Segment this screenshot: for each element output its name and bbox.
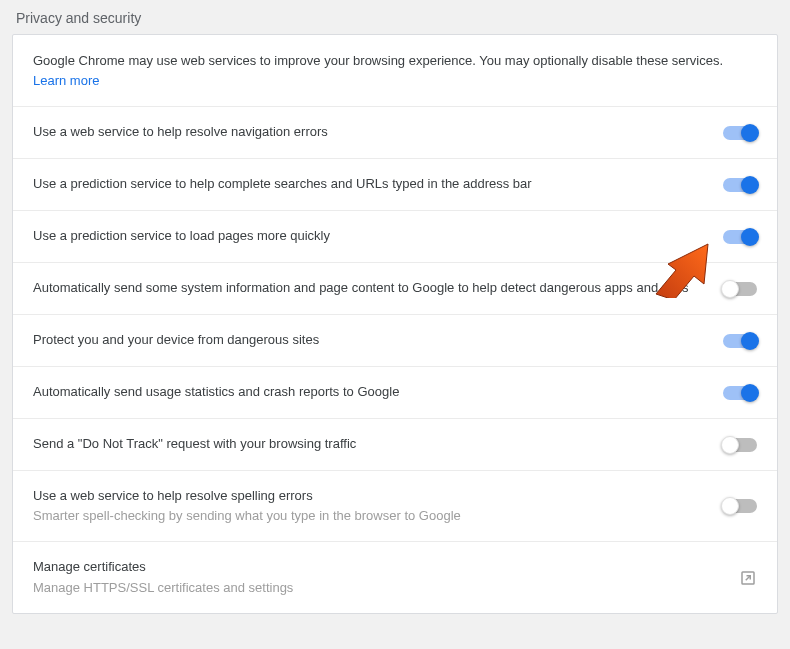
toggle-knob xyxy=(721,497,739,515)
setting-text: Use a web service to help resolve spelli… xyxy=(33,487,723,525)
setting-text: Send a "Do Not Track" request with your … xyxy=(33,435,723,453)
setting-row-spelling: Use a web service to help resolve spelli… xyxy=(13,471,777,542)
toggle-protect-device[interactable] xyxy=(723,334,757,348)
setting-text: Protect you and your device from dangero… xyxy=(33,331,723,349)
toggle-spelling[interactable] xyxy=(723,499,757,513)
setting-label: Use a prediction service to load pages m… xyxy=(33,227,703,245)
setting-sublabel: Smarter spell-checking by sending what y… xyxy=(33,507,703,525)
toggle-knob xyxy=(741,332,759,350)
toggle-do-not-track[interactable] xyxy=(723,438,757,452)
section-title: Privacy and security xyxy=(16,10,141,26)
setting-label: Manage certificates xyxy=(33,558,719,576)
toggle-usage-stats[interactable] xyxy=(723,386,757,400)
toggle-knob xyxy=(741,124,759,142)
popout-icon xyxy=(739,569,757,587)
setting-label: Use a web service to help resolve spelli… xyxy=(33,487,703,505)
setting-row-prediction-pages: Use a prediction service to load pages m… xyxy=(13,211,777,263)
intro-text-block: Google Chrome may use web services to im… xyxy=(13,35,777,107)
intro-text: Google Chrome may use web services to im… xyxy=(33,53,723,68)
setting-label: Automatically send some system informati… xyxy=(33,279,703,297)
setting-text: Automatically send usage statistics and … xyxy=(33,383,723,401)
toggle-prediction-pages[interactable] xyxy=(723,230,757,244)
section-header: Privacy and security xyxy=(0,0,790,34)
setting-text: Use a prediction service to help complet… xyxy=(33,175,723,193)
setting-row-system-info: Automatically send some system informati… xyxy=(13,263,777,315)
toggle-knob xyxy=(741,384,759,402)
setting-sublabel: Manage HTTPS/SSL certificates and settin… xyxy=(33,579,719,597)
setting-label: Send a "Do Not Track" request with your … xyxy=(33,435,703,453)
toggle-system-info[interactable] xyxy=(723,282,757,296)
setting-label: Protect you and your device from dangero… xyxy=(33,331,703,349)
toggle-knob xyxy=(721,280,739,298)
learn-more-link[interactable]: Learn more xyxy=(33,73,99,88)
setting-label: Use a prediction service to help complet… xyxy=(33,175,703,193)
setting-row-protect-device: Protect you and your device from dangero… xyxy=(13,315,777,367)
setting-text: Use a web service to help resolve naviga… xyxy=(33,123,723,141)
setting-row-do-not-track: Send a "Do Not Track" request with your … xyxy=(13,419,777,471)
setting-row-usage-stats: Automatically send usage statistics and … xyxy=(13,367,777,419)
setting-text: Manage certificates Manage HTTPS/SSL cer… xyxy=(33,558,739,596)
setting-row-manage-certificates[interactable]: Manage certificates Manage HTTPS/SSL cer… xyxy=(13,542,777,612)
toggle-knob xyxy=(741,228,759,246)
setting-text: Automatically send some system informati… xyxy=(33,279,723,297)
setting-label: Use a web service to help resolve naviga… xyxy=(33,123,703,141)
toggle-prediction-search[interactable] xyxy=(723,178,757,192)
setting-row-prediction-search: Use a prediction service to help complet… xyxy=(13,159,777,211)
toggle-knob xyxy=(721,436,739,454)
setting-label: Automatically send usage statistics and … xyxy=(33,383,703,401)
settings-card: Google Chrome may use web services to im… xyxy=(12,34,778,614)
toggle-knob xyxy=(741,176,759,194)
setting-text: Use a prediction service to load pages m… xyxy=(33,227,723,245)
setting-row-navigation-errors: Use a web service to help resolve naviga… xyxy=(13,107,777,159)
toggle-navigation-errors[interactable] xyxy=(723,126,757,140)
